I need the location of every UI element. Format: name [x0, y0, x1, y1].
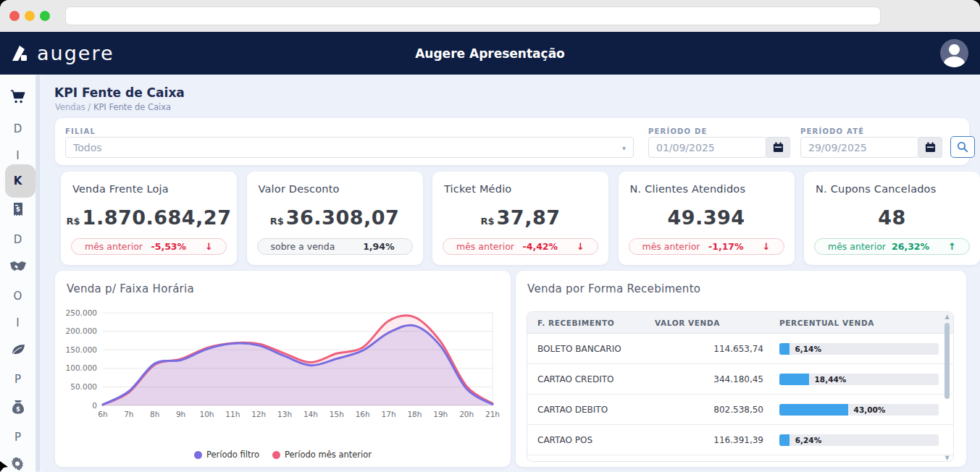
percentual-bar-track: 6,14%	[779, 343, 939, 355]
scroll-up-icon[interactable]: ▲	[943, 313, 951, 320]
page-header-title: Augere Apresentação	[0, 32, 980, 75]
periodo-ate-value: 29/09/2025	[808, 142, 867, 153]
breadcrumb-separator: /	[88, 102, 93, 112]
kpi-card-4: N. Cupons Cancelados48mês anterior26,32%…	[804, 172, 980, 265]
kpi-comparison-badge: mês anterior-4,42%↓	[443, 238, 598, 255]
chart-title: Venda p/ Faixa Horária	[67, 282, 194, 295]
kpi-card-1: Valor DescontoR$36.308,07sobre a venda1,…	[247, 172, 423, 265]
percentual-bar-fill	[779, 434, 790, 446]
sidebar-item-d-5[interactable]: D	[0, 226, 35, 253]
svg-text:16h: 16h	[356, 410, 370, 418]
kpi-comparison-badge: sobre a venda1,94%	[257, 238, 413, 255]
svg-text:$: $	[16, 405, 20, 413]
sidebar-scrollbar[interactable]	[35, 75, 41, 472]
filial-label: FILIAL	[65, 127, 96, 135]
svg-text:18h: 18h	[407, 410, 422, 418]
sidebar-item-p-12[interactable]: P	[0, 423, 35, 451]
badge-label: mês anterior	[828, 241, 892, 252]
percentual-label: 18,44%	[815, 374, 847, 384]
kpi-value: 49.394	[667, 206, 745, 229]
kpi-comparison-badge: mês anterior26,32%↑	[814, 238, 970, 255]
table-row[interactable]: CARTAO CREDITO344.180,4518,44%	[527, 364, 953, 395]
sidebar-item-cart-icon[interactable]	[0, 83, 35, 111]
legend-dot-icon	[194, 451, 202, 459]
sidebar-item-i-8[interactable]: I	[0, 309, 35, 337]
svg-text:150.000: 150.000	[66, 345, 97, 354]
breadcrumb-parent[interactable]: Vendas	[55, 102, 85, 112]
sidebar-item-leaf-icon[interactable]	[0, 336, 35, 363]
faixa-horaria-chart-card: Venda p/ Faixa Horária 050.000100.000150…	[55, 271, 511, 467]
svg-text:50.000: 50.000	[70, 382, 97, 391]
sidebar-item-label: K	[14, 174, 22, 187]
forma-recebimento-card: Venda por Forma Recebimento F. RECEBIMEN…	[516, 271, 966, 467]
kpi-title: Venda Frente Loja	[72, 183, 169, 195]
minimize-window-button[interactable]	[25, 11, 35, 21]
kpi-value: 48	[878, 206, 906, 229]
gear-icon	[11, 458, 25, 471]
currency-prefix: R$	[270, 216, 284, 227]
currency-prefix: R$	[67, 216, 80, 227]
periodo-ate-input[interactable]: 29/09/2025	[800, 137, 918, 158]
table-header-row: F. RECEBIMENTO VALOR VENDA PERCENTUAL VE…	[527, 312, 953, 334]
currency-prefix: R$	[481, 216, 495, 227]
sidebar-item-p-10[interactable]: P	[0, 366, 35, 393]
table-row[interactable]: BOLETO BANCARIO114.653,746,14%	[527, 334, 953, 364]
sidebar-item-o-7[interactable]: O	[0, 282, 35, 310]
arrow-down-icon: ↓	[205, 241, 213, 252]
scroll-down-icon[interactable]: ▼	[943, 455, 951, 461]
legend-dot-icon	[272, 451, 280, 459]
table-row[interactable]: CARTAO POS116.391,396,24%	[527, 425, 953, 455]
sidebar-item-handshake-icon[interactable]	[0, 253, 35, 280]
address-bar[interactable]	[65, 7, 881, 25]
kpi-value: 36.308,07	[286, 206, 400, 229]
filial-select[interactable]: Todos ▾	[65, 137, 634, 158]
svg-text:7h: 7h	[124, 410, 133, 418]
badge-label: mês anterior	[85, 241, 151, 252]
faixa-horaria-area-chart: 050.000100.000150.000200.000250.0006h7h8…	[61, 305, 500, 423]
scrollbar-thumb[interactable]	[945, 323, 950, 399]
legend-item[interactable]: Período mês anterior	[272, 450, 372, 460]
kpi-card-3: N. Clientes Atendidos49.394mês anterior-…	[619, 172, 795, 265]
search-button[interactable]	[950, 136, 975, 158]
svg-text:11h: 11h	[225, 410, 240, 418]
svg-text:20h: 20h	[459, 410, 474, 418]
kpi-value-row: 48	[804, 206, 980, 229]
svg-text:15h: 15h	[330, 410, 344, 418]
legend-item[interactable]: Período filtro	[194, 450, 259, 460]
sidebar-item-label: O	[14, 290, 22, 303]
close-window-button[interactable]	[9, 11, 20, 21]
percentual-label: 6,14%	[795, 344, 821, 354]
periodo-ate-calendar-button[interactable]	[918, 137, 942, 158]
table-row[interactable]: CARTAO DEBITO802.538,5043,00%	[527, 395, 953, 425]
svg-text:13h: 13h	[277, 410, 292, 418]
periodo-de-calendar-button[interactable]	[766, 137, 790, 158]
filial-selected-value: Todos	[73, 142, 101, 153]
recebimento-name: CARTAO DEBITO	[537, 405, 608, 415]
svg-text:$: $	[15, 206, 20, 213]
sidebar-item-invoice-dollar-icon[interactable]: $	[0, 196, 35, 224]
svg-text:6h: 6h	[98, 410, 107, 418]
app-window: Augere Apresentação augere DIK$DOIP$P KP…	[0, 0, 980, 472]
svg-text:200.000: 200.000	[66, 326, 97, 335]
kpi-comparison-badge: mês anterior-1,17%↓	[629, 238, 784, 255]
sidebar-item-money-bag-icon[interactable]: $	[0, 393, 35, 421]
user-avatar[interactable]	[940, 39, 968, 67]
sidebar-item-k-3[interactable]: K	[0, 167, 35, 195]
invoice-dollar-icon: $	[12, 203, 24, 217]
augere-logo[interactable]: augere	[10, 32, 114, 75]
table-title: Venda por Forma Recebimento	[527, 282, 700, 295]
periodo-de-input[interactable]: 01/09/2025	[648, 137, 766, 158]
mouse-cursor	[0, 461, 12, 472]
svg-text:10h: 10h	[199, 410, 214, 418]
page-title: KPI Fente de Caixa	[54, 85, 185, 100]
app-header: Augere Apresentação augere	[0, 32, 980, 75]
arrow-up-icon: ↑	[948, 241, 956, 252]
sidebar-item-d-1[interactable]: D	[0, 115, 35, 143]
svg-text:12h: 12h	[251, 410, 266, 418]
arrow-down-icon: ↓	[763, 241, 771, 252]
maximize-window-button[interactable]	[40, 11, 50, 21]
table-scrollbar[interactable]: ▲ ▼	[943, 313, 951, 461]
percentual-bar-fill	[779, 374, 809, 385]
badge-label: mês anterior	[642, 241, 709, 252]
kpi-title: N. Clientes Atendidos	[630, 183, 746, 195]
